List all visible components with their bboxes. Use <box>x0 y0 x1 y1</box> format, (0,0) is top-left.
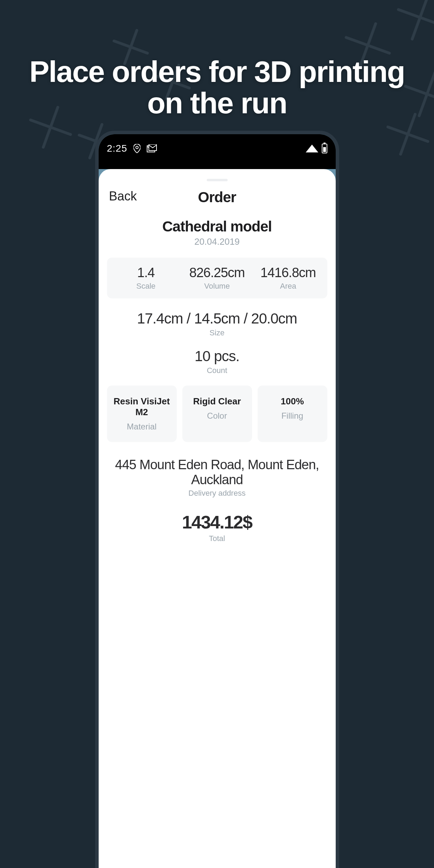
stat-area-value: 1416.8cm <box>253 265 324 280</box>
wifi-icon <box>306 145 318 152</box>
count-value: 10 pcs. <box>107 348 327 365</box>
total-label: Total <box>107 534 327 543</box>
stats-bar: 1.4 Scale 826.25cm Volume 1416.8cm Area <box>107 258 327 298</box>
size-label: Size <box>107 328 327 337</box>
filling-label: Filling <box>261 411 324 421</box>
mail-icon <box>147 144 157 153</box>
svg-point-0 <box>136 146 138 149</box>
back-button[interactable]: Back <box>109 189 137 204</box>
material-label: Material <box>111 422 173 432</box>
stat-volume: 826.25cm Volume <box>182 265 253 291</box>
size-value: 17.4cm / 14.5cm / 20.0cm <box>107 310 327 327</box>
address-row: 445 Mount Eden Road, Mount Eden, Aucklan… <box>107 457 327 498</box>
material-value: Resin VisiJet M2 <box>111 396 173 418</box>
stat-volume-label: Volume <box>182 282 253 291</box>
stat-scale-label: Scale <box>111 282 182 291</box>
address-label: Delivery address <box>107 489 327 498</box>
sheet-title: Order <box>198 189 236 206</box>
filling-value: 100% <box>261 396 324 407</box>
filling-card[interactable]: 100% Filling <box>258 386 327 442</box>
location-icon <box>134 144 140 153</box>
model-date: 20.04.2019 <box>107 236 327 247</box>
stat-scale-value: 1.4 <box>111 265 182 280</box>
model-name: Cathedral model <box>107 218 327 235</box>
color-card[interactable]: Rigid Clear Color <box>182 386 252 442</box>
stat-area-label: Area <box>253 282 324 291</box>
address-value: 445 Mount Eden Road, Mount Eden, Aucklan… <box>107 457 327 487</box>
stat-scale: 1.4 Scale <box>111 265 182 291</box>
material-card[interactable]: Resin VisiJet M2 Material <box>107 386 177 442</box>
drag-handle[interactable] <box>207 179 228 181</box>
color-label: Color <box>186 411 249 421</box>
status-time: 2:25 <box>107 143 128 154</box>
stat-area: 1416.8cm Area <box>253 265 324 291</box>
total-row: 1434.12$ Total <box>107 512 327 543</box>
stat-volume-value: 826.25cm <box>182 265 253 280</box>
count-row: 10 pcs. Count <box>107 348 327 375</box>
color-value: Rigid Clear <box>186 396 249 407</box>
battery-icon <box>322 144 327 153</box>
promo-headline: Place orders for 3D printing on the run <box>0 56 434 119</box>
status-bar: 2:25 <box>99 134 336 169</box>
count-label: Count <box>107 366 327 375</box>
total-value: 1434.12$ <box>107 512 327 533</box>
size-row: 17.4cm / 14.5cm / 20.0cm Size <box>107 310 327 337</box>
device-frame: 2:25 Back O <box>95 131 339 868</box>
order-sheet: Back Order Cathedral model 20.04.2019 1.… <box>99 169 336 868</box>
